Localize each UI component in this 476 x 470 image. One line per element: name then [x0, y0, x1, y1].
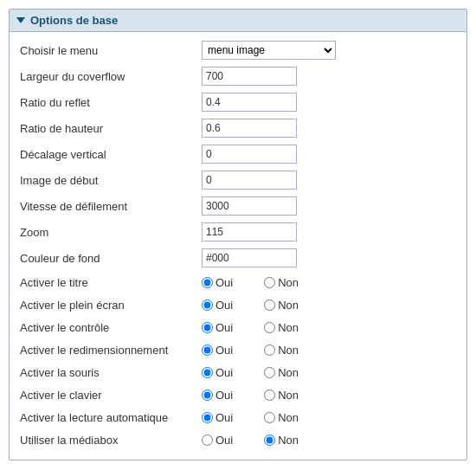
radio-titre-non[interactable]: Non [264, 276, 299, 289]
radio-controle-oui[interactable]: Oui [202, 321, 233, 334]
radio-input-clavier-oui[interactable] [202, 390, 213, 401]
radio-group-plein-ecran: Oui Non [202, 299, 299, 312]
radio-plein-ecran-non[interactable]: Non [264, 299, 299, 312]
radio-input-controle-non[interactable] [264, 322, 275, 333]
label-redimensionnement: Activer le redimensionnement [20, 344, 202, 357]
label-vitesse: Vitesse de défilement [20, 200, 202, 213]
radio-input-lecture-auto-non[interactable] [264, 412, 275, 423]
label-controle: Activer le contrôle [20, 321, 202, 334]
radio-mediabox-oui[interactable]: Oui [202, 434, 233, 447]
radio-controle-non[interactable]: Non [264, 321, 299, 334]
radio-group-controle: Oui Non [202, 321, 299, 334]
input-couleur-fond[interactable] [202, 248, 297, 267]
radio-input-redimensionnement-non[interactable] [264, 344, 275, 356]
radio-group-titre: Oui Non [202, 276, 299, 289]
label-zoom: Zoom [20, 226, 202, 239]
row-ratio-reflet: Ratio du reflet [20, 89, 456, 115]
label-largeur: Largeur du coverflow [20, 70, 202, 83]
label-titre: Activer le titre [20, 276, 202, 289]
radio-clavier-non[interactable]: Non [264, 389, 299, 402]
input-image-debut[interactable] [202, 171, 297, 190]
row-largeur: Largeur du coverflow [20, 63, 456, 89]
row-redimensionnement: Activer le redimensionnement Oui Non [20, 338, 456, 361]
label-decalage: Décalage vertical [20, 148, 202, 161]
label-ratio-reflet: Ratio du reflet [20, 96, 202, 109]
radio-input-clavier-non[interactable] [264, 390, 275, 401]
radio-redimensionnement-non[interactable]: Non [264, 344, 299, 357]
label-clavier: Activer le clavier [20, 389, 202, 402]
row-souris: Activer la souris Oui Non [20, 361, 456, 383]
radio-lecture-auto-non[interactable]: Non [264, 411, 299, 424]
label-menu: Choisir le menu [20, 44, 202, 57]
radio-input-redimensionnement-oui[interactable] [202, 344, 213, 356]
radio-input-controle-oui[interactable] [202, 322, 213, 333]
label-lecture-auto: Activer la lecture automatique [20, 411, 202, 424]
input-vitesse[interactable] [202, 196, 297, 216]
label-ratio-hauteur: Ratio de hauteur [20, 122, 202, 135]
collapse-icon[interactable] [16, 17, 25, 23]
radio-redimensionnement-oui[interactable]: Oui [202, 344, 233, 357]
radio-input-plein-ecran-non[interactable] [264, 299, 275, 311]
row-titre: Activer le titre Oui Non [20, 271, 456, 293]
select-menu[interactable]: menu image [202, 41, 336, 60]
radio-group-clavier: Oui Non [202, 389, 299, 402]
row-controle: Activer le contrôle Oui Non [20, 316, 456, 338]
row-image-debut: Image de début [20, 167, 456, 193]
row-zoom: Zoom [20, 219, 456, 245]
row-mediabox: Utiliser la médiabox Oui Non [20, 428, 456, 451]
row-ratio-hauteur: Ratio de hauteur [20, 115, 456, 141]
radio-mediabox-non[interactable]: Non [264, 434, 299, 447]
radio-lecture-auto-oui[interactable]: Oui [202, 411, 233, 424]
row-plein-ecran: Activer le plein écran Oui Non [20, 293, 456, 316]
radio-plein-ecran-oui[interactable]: Oui [202, 299, 233, 312]
radio-group-mediabox: Oui Non [202, 434, 299, 447]
row-vitesse: Vitesse de défilement [20, 193, 456, 219]
radio-input-mediabox-non[interactable] [264, 435, 275, 446]
radio-input-plein-ecran-oui[interactable] [202, 299, 213, 311]
radio-input-souris-oui[interactable] [202, 367, 213, 378]
radio-clavier-oui[interactable]: Oui [202, 389, 233, 402]
label-plein-ecran: Activer le plein écran [20, 299, 202, 312]
row-decalage: Décalage vertical [20, 141, 456, 167]
label-mediabox: Utiliser la médiabox [20, 434, 202, 447]
radio-input-mediabox-oui[interactable] [202, 435, 213, 446]
radio-input-lecture-auto-oui[interactable] [202, 412, 213, 423]
panel-title: Options de base [30, 14, 118, 27]
radio-input-titre-non[interactable] [264, 277, 275, 288]
label-image-debut: Image de début [20, 174, 202, 187]
radio-souris-oui[interactable]: Oui [202, 366, 233, 379]
row-clavier: Activer le clavier Oui Non [20, 383, 456, 406]
input-zoom[interactable] [202, 222, 297, 241]
label-souris: Activer la souris [20, 366, 202, 379]
radio-titre-oui[interactable]: Oui [202, 276, 233, 289]
panel-header: Options de base [10, 10, 466, 32]
input-ratio-hauteur[interactable] [202, 119, 297, 138]
options-panel: Options de base Choisir le menu menu ima… [9, 9, 467, 460]
radio-souris-non[interactable]: Non [264, 366, 299, 379]
input-decalage[interactable] [202, 145, 297, 164]
radio-input-titre-oui[interactable] [202, 277, 213, 288]
row-couleur-fond: Couleur de fond [20, 245, 456, 271]
input-ratio-reflet[interactable] [202, 93, 297, 112]
radio-group-lecture-auto: Oui Non [202, 411, 299, 424]
radio-input-souris-non[interactable] [264, 367, 275, 378]
radio-group-souris: Oui Non [202, 366, 299, 379]
row-lecture-auto: Activer la lecture automatique Oui Non [20, 406, 456, 428]
row-menu: Choisir le menu menu image [20, 37, 456, 63]
panel-body: Choisir le menu menu image Largeur du co… [10, 32, 466, 460]
input-largeur[interactable] [202, 67, 297, 86]
label-couleur-fond: Couleur de fond [20, 252, 202, 265]
radio-group-redimensionnement: Oui Non [202, 344, 299, 357]
